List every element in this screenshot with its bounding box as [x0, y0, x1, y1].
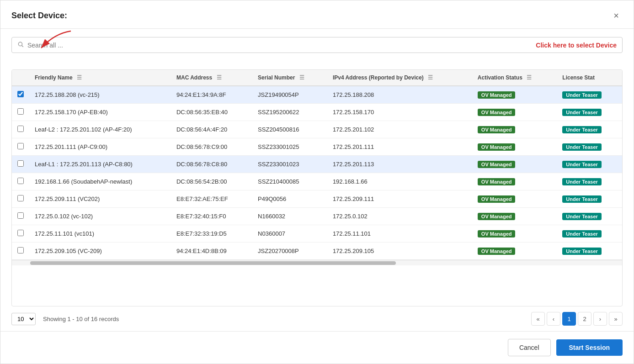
- close-button[interactable]: ×: [610, 9, 623, 23]
- activation-status-badge: OV Managed: [478, 178, 516, 185]
- hint-arrow: [37, 29, 73, 52]
- cell-activation-status: OV Managed: [472, 190, 557, 208]
- search-bar[interactable]: Click here to select Device: [11, 37, 623, 53]
- cell-serial-number: SSZ210400085: [252, 173, 327, 190]
- row-checkbox[interactable]: [17, 178, 24, 184]
- dialog-body: Click here to select Device: [0, 29, 634, 331]
- activation-status-badge: OV Managed: [478, 109, 516, 116]
- cell-mac-address: DC:08:56:54:2B:00: [171, 173, 252, 190]
- search-icon: [17, 41, 24, 49]
- row-checkbox-cell[interactable]: [12, 173, 29, 190]
- table-row[interactable]: 172.25.0.102 (vc-102)E8:E7:32:40:15:F0N1…: [12, 208, 622, 225]
- table-footer: 10 25 50 Showing 1 - 10 of 16 records « …: [11, 306, 623, 331]
- cell-ipv4-address: 192.168.1.66: [327, 173, 472, 190]
- page-2-button[interactable]: 2: [578, 312, 591, 326]
- cell-license-status: Under Teaser: [557, 173, 622, 190]
- cell-activation-status: OV Managed: [472, 121, 557, 138]
- row-checkbox[interactable]: [17, 143, 24, 149]
- cell-mac-address: DC:08:56:4A:4F:20: [171, 121, 252, 138]
- rows-per-page-select[interactable]: 10 25 50: [11, 313, 36, 325]
- cell-friendly-name: 172.25.11.101 (vc101): [29, 225, 171, 243]
- license-status-badge: Under Teaser: [562, 230, 602, 237]
- col-menu-ipv4[interactable]: ☰: [428, 74, 433, 81]
- row-checkbox-cell[interactable]: [12, 86, 29, 104]
- col-license-status: License Stat: [557, 70, 622, 86]
- license-status-badge: Under Teaser: [562, 178, 602, 185]
- cell-mac-address: 94:24:E1:34:9A:8F: [171, 86, 252, 104]
- row-checkbox[interactable]: [17, 108, 24, 115]
- col-menu-mac[interactable]: ☰: [217, 74, 222, 81]
- col-checkbox: [12, 70, 29, 86]
- cell-serial-number: N0360007: [252, 225, 327, 243]
- row-checkbox-cell[interactable]: [12, 225, 29, 243]
- cell-friendly-name: Leaf-L2 : 172.25.201.102 (AP-4F:20): [29, 121, 171, 138]
- license-status-badge: Under Teaser: [562, 126, 602, 133]
- table-scroll[interactable]: Friendly Name ☰ MAC Address ☰ Serial Num…: [12, 70, 622, 260]
- row-checkbox[interactable]: [17, 195, 24, 201]
- row-checkbox-cell[interactable]: [12, 138, 29, 156]
- license-status-badge: Under Teaser: [562, 109, 602, 116]
- row-checkbox[interactable]: [17, 247, 24, 253]
- col-mac-address: MAC Address ☰: [171, 70, 252, 86]
- cell-friendly-name: 172.25.158.170 (AP-EB:40): [29, 104, 171, 121]
- cell-activation-status: OV Managed: [472, 86, 557, 104]
- scrollbar-thumb[interactable]: [30, 261, 396, 265]
- device-table: Friendly Name ☰ MAC Address ☰ Serial Num…: [12, 70, 622, 260]
- select-device-dialog: Select Device: × Click here to select De…: [0, 0, 634, 364]
- table-row[interactable]: 172.25.158.170 (AP-EB:40)DC:08:56:35:EB:…: [12, 104, 622, 121]
- cell-serial-number: JSZ19490054P: [252, 86, 327, 104]
- col-menu-serial[interactable]: ☰: [299, 74, 304, 81]
- cell-mac-address: 94:24:E1:4D:8B:09: [171, 243, 252, 260]
- cell-activation-status: OV Managed: [472, 243, 557, 260]
- table-row[interactable]: Leaf-L1 : 172.25.201.113 (AP-C8:80)DC:08…: [12, 156, 622, 173]
- row-checkbox[interactable]: [17, 160, 24, 167]
- svg-point-0: [18, 42, 22, 46]
- showing-text: Showing 1 - 10 of 16 records: [43, 316, 119, 322]
- table-row[interactable]: 172.25.209.111 (VC202)E8:E7:32:AE:75:EFP…: [12, 190, 622, 208]
- table-row[interactable]: Leaf-L2 : 172.25.201.102 (AP-4F:20)DC:08…: [12, 121, 622, 138]
- cell-serial-number: N1660032: [252, 208, 327, 225]
- row-checkbox[interactable]: [17, 230, 24, 236]
- start-session-button[interactable]: Start Session: [556, 339, 623, 356]
- cell-mac-address: E8:E7:32:33:19:D5: [171, 225, 252, 243]
- col-menu-activation[interactable]: ☰: [527, 74, 532, 81]
- row-checkbox-cell[interactable]: [12, 156, 29, 173]
- table-row[interactable]: 192.168.1.66 (SoudabehAP-newlast)DC:08:5…: [12, 173, 622, 190]
- row-checkbox-cell[interactable]: [12, 190, 29, 208]
- table-row[interactable]: 172.25.11.101 (vc101)E8:E7:32:33:19:D5N0…: [12, 225, 622, 243]
- license-status-badge: Under Teaser: [562, 195, 602, 203]
- page-1-button[interactable]: 1: [562, 312, 576, 326]
- col-ipv4: IPv4 Address (Reported by Device) ☰: [327, 70, 472, 86]
- cell-license-status: Under Teaser: [557, 243, 622, 260]
- search-input[interactable]: [27, 42, 527, 49]
- cell-friendly-name: 172.25.188.208 (vc-215): [29, 86, 171, 104]
- next-page-button[interactable]: ›: [593, 312, 607, 326]
- row-checkbox-cell[interactable]: [12, 208, 29, 225]
- row-checkbox-cell[interactable]: [12, 243, 29, 260]
- row-checkbox[interactable]: [17, 91, 24, 97]
- row-checkbox-cell[interactable]: [12, 121, 29, 138]
- cell-serial-number: JSZ20270008P: [252, 243, 327, 260]
- row-checkbox[interactable]: [17, 126, 24, 132]
- cell-serial-number: SSZ233001023: [252, 156, 327, 173]
- table-row[interactable]: 172.25.188.208 (vc-215)94:24:E1:34:9A:8F…: [12, 86, 622, 104]
- cell-activation-status: OV Managed: [472, 173, 557, 190]
- row-checkbox[interactable]: [17, 212, 24, 219]
- last-page-button[interactable]: »: [609, 312, 623, 326]
- activation-status-badge: OV Managed: [478, 143, 516, 151]
- cancel-button[interactable]: Cancel: [508, 339, 551, 356]
- col-menu-friendly-name[interactable]: ☰: [77, 74, 82, 81]
- cell-friendly-name: 172.25.0.102 (vc-102): [29, 208, 171, 225]
- first-page-button[interactable]: «: [531, 312, 545, 326]
- cell-ipv4-address: 172.25.209.111: [327, 190, 472, 208]
- horizontal-scrollbar[interactable]: [12, 260, 622, 265]
- cell-mac-address: E8:E7:32:40:15:F0: [171, 208, 252, 225]
- table-row[interactable]: 172.25.201.111 (AP-C9:00)DC:08:56:78:C9:…: [12, 138, 622, 156]
- license-status-badge: Under Teaser: [562, 143, 602, 151]
- cell-serial-number: SSZ195200622: [252, 104, 327, 121]
- cell-activation-status: OV Managed: [472, 156, 557, 173]
- prev-page-button[interactable]: ‹: [547, 312, 560, 326]
- table-row[interactable]: 172.25.209.105 (VC-209)94:24:E1:4D:8B:09…: [12, 243, 622, 260]
- cell-ipv4-address: 172.25.209.105: [327, 243, 472, 260]
- row-checkbox-cell[interactable]: [12, 104, 29, 121]
